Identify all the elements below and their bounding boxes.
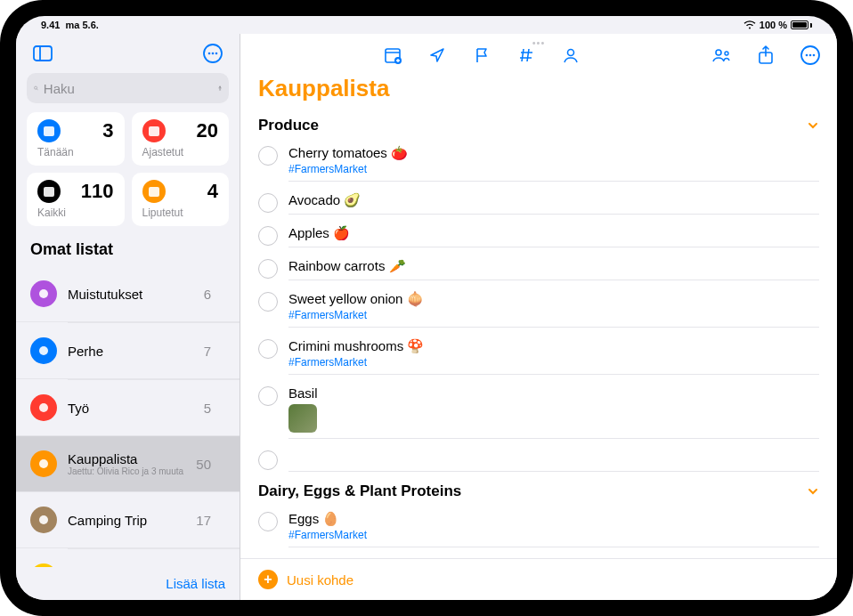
list-icon: [30, 450, 57, 477]
more-options-button[interactable]: [798, 43, 823, 68]
reminder-item[interactable]: Crimini mushrooms 🍄#FarmersMarket: [258, 333, 819, 380]
sidebar-footer: Lisää lista: [16, 567, 240, 600]
list-count: 17: [196, 513, 211, 528]
list-name: Työ: [68, 401, 193, 416]
group-header[interactable]: Produce: [258, 111, 819, 140]
mic-icon[interactable]: [218, 81, 222, 95]
person-button[interactable]: [558, 43, 583, 68]
smart-count: 20: [197, 119, 218, 142]
complete-checkbox[interactable]: [258, 386, 278, 406]
sidebar-list-book-club[interactable]: Book club5: [16, 549, 240, 567]
svg-point-17: [39, 515, 48, 524]
item-body: Eggs 🥚#FarmersMarket: [288, 511, 819, 547]
sidebar-list-camping-trip[interactable]: Camping Trip17: [16, 492, 240, 548]
group-title: Produce: [258, 117, 319, 134]
toolbar-right: [709, 43, 823, 68]
smart-count: 4: [207, 180, 218, 203]
battery-icon: [791, 20, 812, 29]
search-icon: [34, 82, 38, 94]
reminder-item-empty[interactable]: [258, 444, 819, 477]
calendar-add-button[interactable]: [380, 43, 405, 68]
list-text: Camping Trip: [68, 513, 185, 528]
list-title: Kauppalista: [240, 71, 837, 111]
list-count: 7: [204, 344, 211, 359]
item-body: Crimini mushrooms 🍄#FarmersMarket: [288, 338, 819, 375]
main-pane: ••• Kauppalista ProduceCherry tomatoes 🍅…: [240, 34, 837, 600]
list-name: Kauppalista: [68, 451, 185, 466]
svg-rect-0: [34, 46, 52, 61]
complete-checkbox[interactable]: [258, 339, 278, 359]
sidebar-top-bar: [16, 34, 240, 73]
smart-tile-ajastetut[interactable]: 20Ajastetut: [132, 112, 230, 166]
item-tag[interactable]: #FarmersMarket: [288, 309, 819, 321]
group-header[interactable]: Dairy, Eggs & Plant Proteins: [258, 477, 819, 506]
item-title: Basil: [288, 385, 819, 401]
complete-checkbox[interactable]: [258, 512, 278, 531]
location-button[interactable]: [425, 43, 450, 68]
share-button[interactable]: [753, 43, 778, 68]
plus-icon: +: [258, 570, 278, 589]
reminder-item[interactable]: Avocado 🥑: [258, 187, 819, 220]
item-tag[interactable]: #FarmersMarket: [288, 529, 819, 541]
wifi-icon: [743, 20, 756, 29]
complete-checkbox[interactable]: [258, 193, 278, 213]
smart-tile-tänään[interactable]: 3Tänään: [27, 112, 125, 166]
collaborate-button[interactable]: [709, 43, 734, 68]
smart-tile-kaikki[interactable]: 110Kaikki: [27, 173, 125, 226]
sidebar-list-työ[interactable]: Työ5: [16, 380, 240, 436]
reminders-content[interactable]: ProduceCherry tomatoes 🍅#FarmersMarketAv…: [240, 111, 837, 558]
list-text: Perhe: [68, 344, 193, 359]
new-item-button[interactable]: + Uusi kohde: [240, 558, 837, 600]
search-input[interactable]: [44, 81, 213, 96]
item-body: Sweet yellow onion 🧅#FarmersMarket: [288, 291, 819, 328]
smart-icon: [37, 180, 61, 203]
reminder-item[interactable]: Eggs 🥚#FarmersMarket: [258, 506, 819, 553]
complete-checkbox[interactable]: [258, 292, 278, 312]
smart-icon: [142, 180, 166, 203]
svg-point-16: [39, 459, 48, 468]
smart-label: Kaikki: [37, 207, 114, 219]
reminder-item[interactable]: Apples 🍎: [258, 220, 819, 253]
status-bar: 9.41 ma 5.6. 100 %: [16, 16, 837, 34]
item-thumbnail[interactable]: [288, 404, 317, 433]
smart-icon: [142, 119, 166, 142]
multitask-grabber[interactable]: •••: [532, 37, 546, 48]
svg-point-14: [39, 346, 48, 355]
item-tag[interactable]: #FarmersMarket: [288, 163, 819, 175]
reminder-item[interactable]: Rainbow carrots 🥕: [258, 253, 819, 286]
svg-point-29: [809, 54, 812, 57]
lists-container: Muistutukset6Perhe7Työ5KauppalistaJaettu…: [16, 263, 240, 567]
svg-point-25: [725, 52, 728, 55]
sidebar-list-perhe[interactable]: Perhe7: [16, 323, 240, 379]
complete-checkbox[interactable]: [258, 146, 278, 166]
svg-rect-12: [149, 187, 159, 197]
complete-checkbox[interactable]: [258, 450, 278, 470]
new-item-label: Uusi kohde: [287, 572, 353, 588]
group-title: Dairy, Eggs & Plant Proteins: [258, 482, 461, 500]
sidebar-list-muistutukset[interactable]: Muistutukset6: [16, 266, 240, 322]
smart-lists-grid: 3Tänään20Ajastetut110Kaikki4Liputetut: [16, 112, 240, 237]
item-title: Sweet yellow onion 🧅: [288, 291, 819, 307]
flag-button[interactable]: [469, 43, 494, 68]
item-tag[interactable]: #FarmersMarket: [288, 356, 819, 369]
item-title: Avocado 🥑: [288, 192, 819, 208]
sidebar-list-kauppalista[interactable]: KauppalistaJaettu: Olivia Rico ja 3 muut…: [16, 436, 240, 492]
complete-checkbox[interactable]: [258, 226, 278, 246]
complete-checkbox[interactable]: [258, 259, 278, 279]
search-field[interactable]: [27, 73, 229, 103]
reminder-item[interactable]: Cherry tomatoes 🍅#FarmersMarket: [258, 140, 819, 187]
smart-icon: [37, 119, 61, 142]
reminder-item[interactable]: Basil: [258, 380, 819, 444]
reminder-item[interactable]: Sweet yellow onion 🧅#FarmersMarket: [258, 286, 819, 333]
more-button[interactable]: [200, 41, 225, 66]
smart-label: Tänään: [37, 146, 114, 158]
smart-label: Liputetut: [142, 207, 219, 219]
list-text: Muistutukset: [68, 287, 193, 302]
list-name: Perhe: [68, 344, 193, 359]
toggle-sidebar-button[interactable]: [30, 41, 55, 66]
add-list-button[interactable]: Lisää lista: [166, 576, 225, 591]
smart-tile-liputetut[interactable]: 4Liputetut: [132, 173, 230, 226]
ipad-frame: 9.41 ma 5.6. 100 % 3Tänään20Ajastetut110…: [0, 0, 853, 616]
svg-point-15: [39, 403, 48, 412]
list-name: Camping Trip: [68, 513, 185, 528]
